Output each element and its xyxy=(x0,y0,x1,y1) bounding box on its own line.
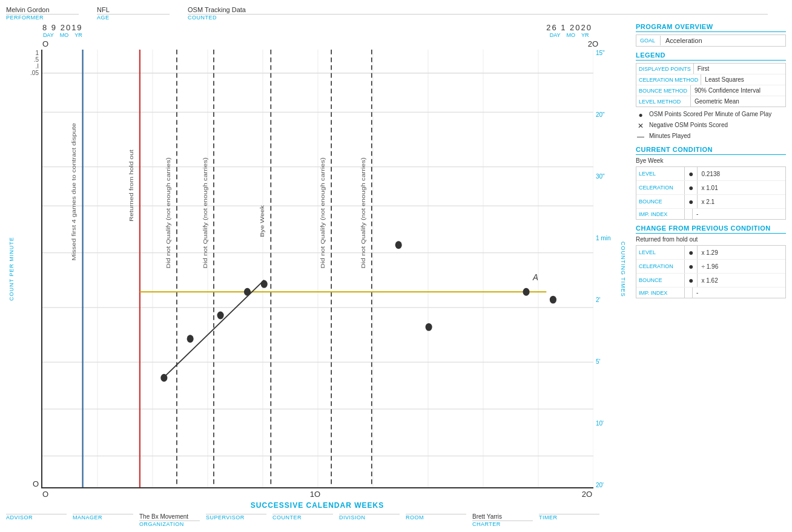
end-date: 26 1 2020 DAY MO YR xyxy=(546,23,592,38)
ch-val-3: - xyxy=(693,287,702,298)
org-label: ORGANIZATION xyxy=(139,521,200,527)
svg-point-34 xyxy=(395,241,402,249)
change-subtitle: Returned from hold out xyxy=(636,236,786,243)
legend-icon-row-1: ✕ Negative OSM Points Scored xyxy=(636,122,786,130)
ch-row-0: LEVEL ● x 1.29 xyxy=(636,246,785,260)
start-date: 8 9 2019 DAY MO YR xyxy=(42,23,83,38)
performer-label: PERFORMER xyxy=(6,15,79,21)
charter-section: Brett Yarris CHARTER xyxy=(472,513,533,527)
y-tick-0: O xyxy=(33,479,39,488)
ch-row-2: BOUNCE ● x 1.62 xyxy=(636,274,785,287)
dash-icon: — xyxy=(636,133,645,141)
right-y-axis: 15" 20" 30" 1 min 2' 5' 10' 20' xyxy=(593,50,618,488)
ch-row-1: CELERATION ● ÷ 1.96 xyxy=(636,260,785,274)
x-bottom-axis: O 1O 2O xyxy=(6,490,629,499)
legend-row-0: DISPLAYED POINTS First xyxy=(636,64,785,74)
x-axis-label: SUCCESSIVE CALENDAR WEEKS xyxy=(6,499,629,510)
ch-row-3: IMP. INDEX - xyxy=(636,287,785,298)
x-10: 1O xyxy=(310,490,320,499)
start-mo-label: MO xyxy=(60,32,69,38)
right-tick-20s: 20" xyxy=(596,111,605,118)
ch-label-0: LEVEL xyxy=(636,246,685,259)
chart-container: 8 9 2019 DAY MO YR 26 1 2020 DAY MO YR xyxy=(6,23,629,510)
legend-val-3: Geometric Mean xyxy=(691,96,743,107)
svg-point-37 xyxy=(550,296,556,304)
performer-value: Melvin Gordon xyxy=(6,6,79,15)
program-overview: PROGRAM OVERVIEW GOAL Acceleration xyxy=(636,23,786,47)
right-tick-10m: 10' xyxy=(596,420,604,427)
x-0: O xyxy=(42,490,48,499)
cc-dot-1: ● xyxy=(685,181,698,194)
cc-label-0: LEVEL xyxy=(636,167,685,180)
legend-icon-row-0: ● OSM Points Scored Per Minute of Game P… xyxy=(636,111,786,119)
ch-label-2: BOUNCE xyxy=(636,274,685,287)
change-table: LEVEL ● x 1.29 CELERATION ● ÷ 1.96 BOUNC… xyxy=(636,245,786,298)
page: Melvin Gordon PERFORMER NFL AGE OSM Trac… xyxy=(0,0,792,532)
svg-point-31 xyxy=(217,312,224,320)
org-value: The Bx Movement xyxy=(139,513,200,521)
header: Melvin Gordon PERFORMER NFL AGE OSM Trac… xyxy=(6,6,786,21)
svg-text:Did not Qualify (not enough ca: Did not Qualify (not enough carries) xyxy=(165,157,171,268)
cc-row-3: IMP. INDEX - xyxy=(636,209,785,219)
age-label: AGE xyxy=(97,15,170,21)
chart-area: A Missed first 4 games due to contract d… xyxy=(41,50,593,488)
current-condition: CURRENT CONDITION Bye Week LEVEL ● 0.213… xyxy=(636,146,786,220)
counter-section: COUNTER xyxy=(272,513,333,527)
end-date-sub: DAY MO YR xyxy=(550,32,589,38)
counted-section: OSM Tracking Data COUNTED xyxy=(188,6,768,21)
cc-row-1: CELERATION ● x 1.01 xyxy=(636,181,785,195)
legend-icon-text-0: OSM Points Scored Per Minute of Game Pla… xyxy=(649,111,771,117)
svg-text:Did not Qualify (not enough ca: Did not Qualify (not enough carries) xyxy=(202,157,208,268)
svg-text:Did not Qualify (not enough ca: Did not Qualify (not enough carries) xyxy=(319,157,326,268)
legend-val-0: First xyxy=(694,64,713,74)
y-tick-0.5: .5 xyxy=(34,56,39,63)
charter-label: CHARTER xyxy=(472,521,533,527)
performer-section: Melvin Gordon PERFORMER xyxy=(6,6,79,21)
goal-box: GOAL Acceleration xyxy=(636,34,786,47)
svg-point-32 xyxy=(244,288,251,296)
age-section: NFL AGE xyxy=(97,6,170,21)
ch-dot-2: ● xyxy=(685,274,698,287)
y-axis-ticks: 1 .5 .I .05 O xyxy=(17,50,41,488)
y-axis-label: COUNT PER MINUTE xyxy=(6,50,17,488)
chart-wrapper: COUNT PER MINUTE 1 .5 .I .05 O xyxy=(6,50,629,488)
start-date-value: 8 9 2019 xyxy=(42,23,83,32)
advisor-section: ADVISOR xyxy=(6,513,67,527)
x-20: 2O xyxy=(582,490,592,499)
ch-label-1: CELERATION xyxy=(636,260,685,273)
chart-svg: A Missed first 4 games due to contract d… xyxy=(42,50,593,487)
cc-row-0: LEVEL ● 0.2138 xyxy=(636,167,785,181)
legend-row-3: LEVEL METHOD Geometric Mean xyxy=(636,96,785,107)
legend-title: LEGEND xyxy=(636,51,786,61)
goal-value: Acceleration xyxy=(661,35,707,46)
ch-val-1: ÷ 1.96 xyxy=(698,260,722,273)
x-top-0: O xyxy=(42,39,48,48)
cc-dot-3 xyxy=(685,209,693,219)
start-day-label: DAY xyxy=(43,32,54,38)
right-y-label: COUNTING TIMES xyxy=(618,50,629,488)
x-top-axis: O 2O xyxy=(6,39,629,48)
supervisor-label: SUPERVISOR xyxy=(206,514,266,521)
svg-point-35 xyxy=(426,323,432,331)
x-icon: ✕ xyxy=(636,122,645,130)
icon-legend: ● OSM Points Scored Per Minute of Game P… xyxy=(636,111,786,141)
main-area: 8 9 2019 DAY MO YR 26 1 2020 DAY MO YR xyxy=(6,23,786,510)
manager-label: MANAGER xyxy=(73,514,133,521)
legend-val-2: 90% Confidence Interval xyxy=(691,85,764,96)
cc-label-2: BOUNCE xyxy=(636,195,685,208)
legend-table: DISPLAYED POINTS First CELERATION METHOD… xyxy=(636,63,786,107)
supervisor-section: SUPERVISOR xyxy=(206,513,266,527)
svg-text:Returned from hold out: Returned from hold out xyxy=(128,149,134,222)
current-condition-subtitle: Bye Week xyxy=(636,157,786,164)
ch-dot-1: ● xyxy=(685,260,698,273)
svg-text:A: A xyxy=(532,272,538,282)
legend-label-1: CELERATION METHOD xyxy=(636,74,701,85)
right-tick-1min: 1 min xyxy=(596,235,610,241)
legend-val-1: Least Squares xyxy=(701,74,748,85)
svg-text:Bye Week: Bye Week xyxy=(259,205,265,237)
legend-label-2: BOUNCE METHOD xyxy=(636,85,691,96)
end-date-value: 26 1 2020 xyxy=(546,23,592,32)
cc-val-0: 0.2138 xyxy=(698,167,724,180)
program-overview-title: PROGRAM OVERVIEW xyxy=(636,23,786,32)
counted-value: OSM Tracking Data xyxy=(188,6,768,15)
